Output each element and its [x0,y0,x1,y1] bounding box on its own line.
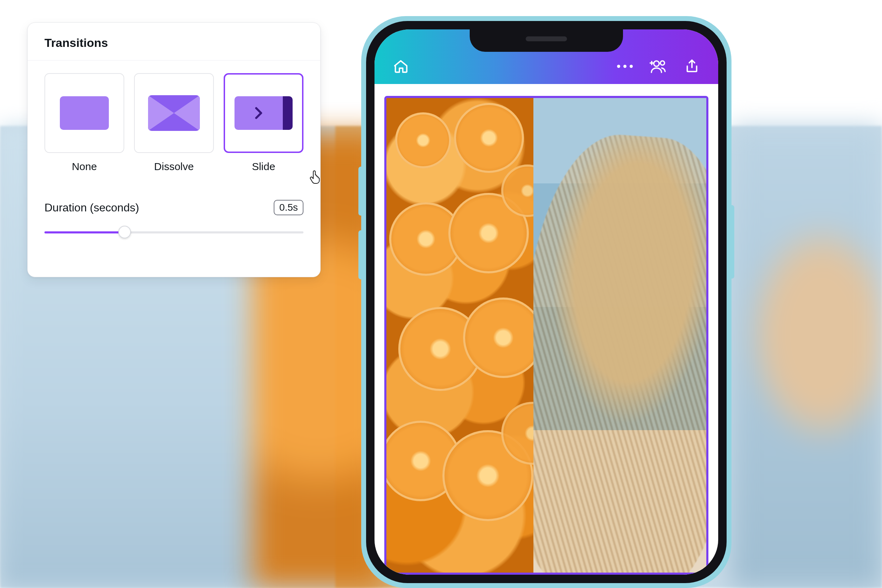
transition-options-row: None Dissolve [45,73,303,172]
transition-option-none: None [45,73,124,172]
duration-slider-fill [45,231,124,234]
share-icon[interactable] [684,58,700,74]
transitions-panel-header: Transitions [28,23,320,60]
transitions-panel: Transitions None Dissolve [27,22,321,277]
svg-point-0 [654,61,659,66]
duration-slider-thumb[interactable] [118,226,131,238]
phone-body-frame [366,21,727,583]
phone-speaker [526,36,567,41]
home-icon[interactable] [393,58,409,74]
chevron-right-icon [254,106,264,120]
appbar-left-group [393,58,409,74]
phone-mockup [361,16,732,588]
phone-outer-case [361,16,732,588]
transition-option-slide-label: Slide [224,160,303,172]
duration-label: Duration (seconds) [45,201,139,214]
transitions-panel-title: Transitions [45,36,303,50]
slide-icon [234,96,292,130]
none-icon [60,96,109,130]
transition-option-dissolve-label: Dissolve [134,160,214,172]
phone-notch [470,26,623,52]
more-icon[interactable] [617,65,633,68]
duration-slider[interactable] [45,225,303,239]
duration-value-box[interactable]: 0.5s [274,200,303,215]
canvas-image-woman-hair [533,129,706,573]
canvas-image-woman-beach [533,98,706,573]
hand-pointer-icon [309,170,322,184]
transition-option-dissolve-tile[interactable] [134,73,214,153]
transition-option-dissolve: Dissolve [134,73,214,172]
editor-canvas-selection[interactable] [384,96,708,575]
duration-row: Duration (seconds) 0.5s [45,200,303,215]
transition-option-slide: Slide [224,73,303,172]
svg-point-1 [660,61,664,65]
canvas-image-oranges [386,98,533,573]
transition-option-none-tile[interactable] [45,73,124,153]
background-right-blur [732,126,882,588]
transition-option-slide-tile[interactable] [224,73,303,153]
transitions-panel-body: None Dissolve [28,60,320,253]
dissolve-icon [148,95,200,131]
phone-screen [375,29,718,575]
appbar-right-group [617,58,700,74]
add-people-icon[interactable] [649,58,668,74]
transition-option-none-label: None [45,160,124,172]
